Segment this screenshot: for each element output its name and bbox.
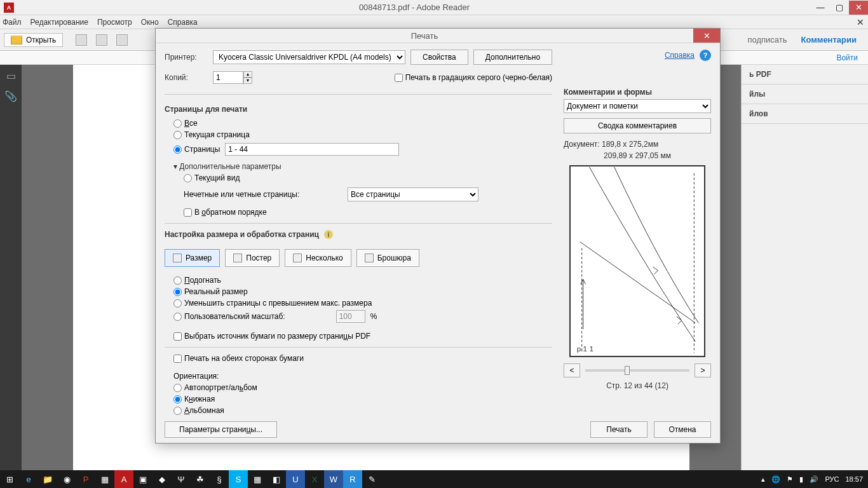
paper-source-checkbox[interactable]: Выбрать источник бумаги по размеру стран… — [173, 332, 552, 341]
fit-radio[interactable]: Подогнать — [173, 276, 552, 285]
tab-poster[interactable]: Постер — [225, 249, 280, 267]
task-icon-7[interactable]: ▦ — [248, 470, 267, 488]
task-icon-5[interactable]: ☘ — [191, 470, 210, 488]
multiple-icon — [293, 254, 302, 262]
word-icon[interactable]: W — [324, 470, 343, 488]
scale-input — [336, 310, 365, 323]
tab-size[interactable]: Размер — [165, 249, 220, 267]
printer-select[interactable]: Kyocera Classic Universaldriver KPDL (A4… — [213, 50, 405, 64]
menu-view[interactable]: Просмотр — [97, 18, 132, 27]
menu-help[interactable]: Справка — [168, 18, 198, 27]
sign-link[interactable]: подписать — [747, 35, 787, 44]
all-pages-radio[interactable]: Все — [173, 119, 552, 128]
duplex-checkbox[interactable]: Печать на обеих сторонах бумаги — [173, 354, 552, 363]
copies-input[interactable] — [213, 71, 243, 84]
odd-even-label: Нечетные или четные страницы: — [184, 190, 342, 199]
custom-scale-radio[interactable]: Пользовательский масштаб: — [173, 312, 285, 321]
excel-icon[interactable]: X — [305, 470, 324, 488]
ie-icon[interactable]: e — [19, 470, 38, 488]
orient-auto-radio[interactable]: Автопортрет/альбом — [173, 383, 552, 392]
task-icon-4[interactable]: Ψ — [172, 470, 191, 488]
explorer-icon[interactable]: 📁 — [38, 470, 57, 488]
orient-landscape-radio[interactable]: Альбомная — [173, 406, 552, 415]
task-icon-3[interactable]: ◆ — [153, 470, 172, 488]
summarize-comments-button[interactable]: Сводка комментариев — [564, 118, 711, 133]
help-link[interactable]: Справка — [665, 51, 695, 60]
panel-item-3[interactable]: йлов — [742, 104, 868, 124]
tray-time[interactable]: 18:57 — [845, 475, 863, 483]
shrink-radio[interactable]: Уменьшить страницы с превышением макс. р… — [173, 299, 552, 308]
grayscale-checkbox[interactable]: Печать в градациях серого (черно-белая) — [395, 73, 552, 82]
task-icon-u[interactable]: U — [286, 470, 305, 488]
slider-thumb[interactable] — [625, 366, 630, 375]
reverse-order-checkbox[interactable]: В обратном порядке — [184, 208, 552, 217]
next-page-button[interactable]: > — [695, 363, 711, 377]
orient-portrait-radio[interactable]: Книжная — [173, 395, 552, 403]
toolbar-icon-1[interactable] — [76, 34, 87, 46]
odd-even-select[interactable]: Все страницы — [348, 187, 478, 201]
page-setup-button[interactable]: Параметры страницы... — [165, 421, 277, 438]
print-button[interactable]: Печать — [590, 421, 648, 438]
menu-edit[interactable]: Редактирование — [31, 18, 88, 27]
comments-link[interactable]: Комментарии — [801, 35, 857, 44]
tray-sound-icon[interactable]: 🔊 — [810, 475, 818, 484]
task-icon-8[interactable]: ◧ — [267, 470, 286, 488]
info-icon[interactable]: i — [324, 230, 333, 239]
task-icon-6[interactable]: § — [210, 470, 229, 488]
skype-icon[interactable]: S — [229, 470, 248, 488]
pages-range-radio[interactable]: Страницы — [173, 145, 220, 154]
menubar: Файл Редактирование Просмотр Окно Справк… — [0, 15, 868, 29]
reader-icon[interactable]: A — [114, 470, 133, 488]
properties-button[interactable]: Свойства — [410, 50, 468, 65]
tab-multiple[interactable]: Несколько — [285, 249, 351, 267]
cancel-button[interactable]: Отмена — [654, 421, 711, 438]
copies-spinner[interactable]: ▲▼ — [213, 71, 252, 84]
sizing-section-title: Настройка размера и обработка страниц — [165, 230, 319, 239]
pages-range-input[interactable] — [225, 143, 399, 156]
current-view-radio[interactable]: Текущий вид — [184, 173, 552, 182]
spin-down-icon[interactable]: ▼ — [243, 78, 252, 84]
page-slider[interactable] — [585, 369, 689, 372]
maximize-button[interactable]: ▢ — [830, 1, 849, 15]
tray-up-icon[interactable]: ▴ — [761, 475, 765, 484]
dialog-close-button[interactable]: ✕ — [693, 29, 720, 43]
close-button[interactable]: ✕ — [849, 1, 868, 15]
toolbar-icon-3[interactable] — [116, 34, 128, 46]
prev-page-button[interactable]: < — [564, 363, 580, 377]
spin-up-icon[interactable]: ▲ — [243, 71, 252, 78]
start-button[interactable]: ⊞ — [0, 470, 19, 488]
menu-window[interactable]: Окно — [141, 18, 159, 27]
toolbar-icon-2[interactable] — [96, 34, 107, 46]
chrome-icon[interactable]: ◉ — [57, 470, 76, 488]
advanced-button[interactable]: Дополнительно — [473, 50, 552, 65]
tray-globe-icon[interactable]: 🌐 — [771, 475, 780, 484]
open-button[interactable]: Открыть — [4, 33, 63, 47]
tray-flag-icon[interactable]: ⚑ — [787, 475, 793, 484]
help-icon[interactable]: ? — [700, 50, 711, 61]
doc-close-icon[interactable]: ✕ — [857, 17, 864, 27]
panel-item-1[interactable]: ь PDF — [742, 65, 868, 85]
menu-file[interactable]: Файл — [3, 18, 22, 27]
window-titlebar: A 00848713.pdf - Adobe Reader — ▢ ✕ — [0, 0, 868, 15]
panel-item-2[interactable]: йлы — [742, 85, 868, 104]
tab-booklet[interactable]: Брошюра — [356, 249, 419, 267]
window-title: 00848713.pdf - Adobe Reader — [18, 3, 811, 12]
task-icon-2[interactable]: ▣ — [133, 470, 153, 488]
actual-size-radio[interactable]: Реальный размер — [173, 287, 552, 296]
svg-text:р.1 1: р.1 1 — [577, 344, 593, 353]
tray-lang[interactable]: РУС — [825, 475, 839, 483]
powerpoint-icon[interactable]: P — [76, 470, 95, 488]
minimize-button[interactable]: — — [811, 1, 830, 15]
more-params-toggle[interactable]: ▾ Дополнительные параметры — [173, 162, 552, 171]
thumbnails-icon[interactable]: ▭ — [4, 69, 18, 83]
signin-link[interactable]: Войти — [836, 53, 858, 62]
current-page-radio[interactable]: Текущая страница — [173, 130, 552, 139]
task-icon-r[interactable]: R — [343, 470, 362, 488]
task-icon-1[interactable]: ▦ — [95, 470, 114, 488]
dialog-titlebar: Печать ✕ — [156, 29, 720, 43]
comments-select[interactable]: Документ и пометки — [564, 99, 711, 113]
orientation-label: Ориентация: — [173, 372, 552, 381]
attachment-icon[interactable]: 📎 — [4, 89, 18, 103]
tray-network-icon[interactable]: ▮ — [799, 475, 803, 484]
task-icon-9[interactable]: ✎ — [362, 470, 381, 488]
